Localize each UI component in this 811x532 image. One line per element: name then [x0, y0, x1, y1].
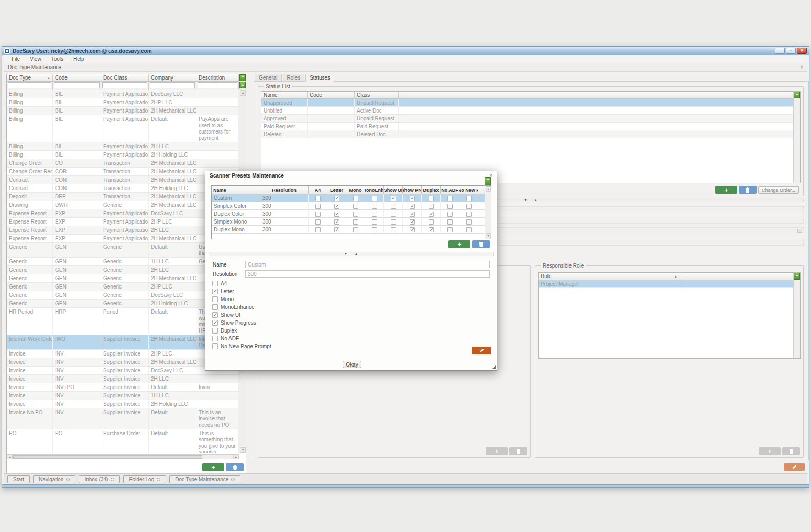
doc-table-hscrollbar[interactable]: ◄ ► [7, 454, 239, 459]
status-row[interactable]: Deleted Deleted Doc [261, 130, 793, 138]
doc-table-row[interactable]: PO PO Purchase Order Default This is som… [7, 429, 239, 453]
scroll-up-icon[interactable]: ▲ [486, 186, 491, 192]
preset-column-header[interactable]: MonoEnha [365, 186, 384, 194]
collapse-up-icon[interactable]: ▲ [355, 252, 358, 256]
show-ui-checkbox[interactable] [391, 212, 396, 217]
doc-table-row[interactable]: Billing BIL Payment Application 2HP LLC [7, 98, 239, 107]
doc-table-row[interactable]: Internal Work Order IWO Supplier Invoice… [7, 335, 239, 350]
preset-row[interactable]: Custom 300 [212, 194, 485, 202]
delete-button-disabled[interactable] [509, 447, 527, 455]
preset-column-header[interactable]: Duplex [422, 186, 441, 194]
scroll-up-icon[interactable]: ▲ [240, 90, 246, 96]
doc-table-row[interactable]: Billing BIL Payment Application Default … [7, 115, 239, 142]
column-chooser-icon[interactable] [485, 177, 491, 185]
presets-vscrollbar[interactable]: ▲ ▼ [485, 186, 491, 239]
preset-row[interactable]: Duplex Mono 300 [212, 226, 485, 234]
field-button[interactable] [797, 229, 802, 233]
doc-table-row[interactable]: Invoice INV Supplier Invoice 2H LLC [7, 375, 239, 383]
doc-table-row[interactable]: Generic GEN Generic 2H LLC [7, 266, 239, 274]
preset-column-header[interactable]: Resolution [260, 186, 309, 194]
doc-table-row[interactable]: Contract CON Transaction 2H Holding LLC [7, 184, 239, 193]
option-checkbox[interactable] [212, 328, 218, 334]
panel-close-icon[interactable]: × [800, 64, 803, 70]
change-order-button[interactable]: Change Order... [758, 186, 799, 194]
preset-column-header[interactable]: Show UI [384, 186, 403, 194]
doc-table-row[interactable]: Billing BIL Payment Application 2H Mecha… [7, 107, 239, 115]
a4-checkbox[interactable] [315, 204, 321, 209]
a4-checkbox[interactable] [315, 227, 321, 232]
col-doc-type[interactable]: Doc Type ▲ [7, 74, 53, 81]
scroll-right-icon[interactable]: ► [233, 455, 239, 459]
close-button[interactable]: ✕ [797, 48, 807, 54]
show-ui-checkbox[interactable] [391, 204, 396, 209]
doc-table-row[interactable]: Generic GEN Generic 1H LLC Gene [7, 258, 239, 266]
doc-table-row[interactable]: Invoice No PO INV Supplier Invoice Defau… [7, 408, 239, 429]
filter-code-input[interactable] [54, 82, 100, 88]
col-code[interactable]: Code [308, 92, 355, 98]
col-code[interactable]: Code [53, 74, 101, 81]
col-class[interactable]: Class [355, 92, 399, 98]
preset-column-header[interactable]: Letter [327, 186, 346, 194]
column-chooser-icon[interactable] [794, 92, 800, 98]
doc-table-row[interactable]: HR Period HRP Period Default Thes want m… [7, 308, 239, 335]
column-chooser-icon[interactable] [794, 273, 800, 280]
monoenhance-checkbox[interactable] [372, 196, 377, 201]
status-table-vscrollbar[interactable] [793, 92, 800, 183]
filter-doc-class-input[interactable] [102, 82, 147, 88]
no-new-page-checkbox[interactable] [466, 219, 472, 225]
status-row[interactable]: Paid Request Paid Request [261, 123, 793, 130]
letter-checkbox[interactable] [334, 204, 339, 209]
option-checkbox[interactable] [212, 320, 218, 326]
no-new-page-checkbox[interactable] [466, 196, 472, 201]
letter-checkbox[interactable] [334, 212, 339, 217]
filter-company-input[interactable] [150, 82, 195, 88]
monoenhance-checkbox[interactable] [372, 227, 377, 232]
no-new-page-checkbox[interactable] [466, 212, 472, 217]
duplex-checkbox[interactable] [429, 212, 434, 217]
show-progress-checkbox[interactable] [410, 219, 415, 225]
show-progress-checkbox[interactable] [410, 204, 415, 209]
mono-checkbox[interactable] [353, 227, 358, 232]
doc-table-row[interactable]: Expense Report EXP Payment Application 2… [7, 226, 239, 235]
add-doc-type-button[interactable]: + [202, 463, 224, 471]
add-preset-button[interactable]: + [448, 240, 470, 248]
show-ui-checkbox[interactable] [391, 196, 396, 201]
status-row[interactable]: Approved Unpaid Request [261, 115, 793, 123]
scroll-down-icon[interactable]: ▼ [240, 447, 246, 453]
doc-table-row[interactable]: Drawing DWR Generic 2H Mechanical LLC [7, 201, 239, 209]
scroll-left-icon[interactable]: ◄ [7, 455, 13, 459]
menu-item[interactable]: Tools [51, 56, 63, 62]
show-ui-checkbox[interactable] [391, 219, 396, 225]
delete-status-button[interactable] [739, 186, 757, 194]
edit-preset-button[interactable] [472, 347, 491, 354]
doc-table-row[interactable]: Expense Report EXP Payment Application D… [7, 209, 239, 218]
okay-button[interactable]: Okay [343, 361, 361, 368]
doc-table-row[interactable]: Expense Report EXP Payment Application 2… [7, 218, 239, 226]
dialog-splitter[interactable]: ▼ ▲ [209, 252, 494, 256]
no-adf-checkbox[interactable] [447, 212, 453, 217]
duplex-checkbox[interactable] [429, 204, 434, 209]
duplex-checkbox[interactable] [429, 196, 434, 201]
taskbar-button[interactable]: Start [7, 475, 30, 483]
preset-column-header[interactable]: No New P [459, 186, 478, 194]
status-row[interactable]: Unbilled Active Doc [261, 107, 793, 115]
no-adf-checkbox[interactable] [447, 204, 453, 209]
collapse-down-icon[interactable]: ▼ [344, 252, 347, 256]
add-status-button[interactable]: + [715, 186, 737, 194]
monoenhance-checkbox[interactable] [372, 204, 377, 209]
no-new-page-checkbox[interactable] [466, 227, 472, 232]
doc-table-row[interactable]: Deposit DEP Transaction 2H Mechanical LL… [7, 193, 239, 201]
duplex-checkbox[interactable] [429, 227, 434, 232]
option-checkbox[interactable] [212, 343, 218, 349]
no-new-page-checkbox[interactable] [466, 204, 472, 209]
column-chooser-icon[interactable] [239, 74, 246, 81]
mono-checkbox[interactable] [353, 204, 358, 209]
tab[interactable]: General [255, 74, 282, 82]
col-name[interactable]: Name [261, 92, 308, 98]
role-table-vscrollbar[interactable] [793, 273, 800, 358]
preset-column-header[interactable]: Show Pro [403, 186, 422, 194]
doc-table-row[interactable]: Invoice INV Supplier Invoice 2H Holding … [7, 400, 239, 408]
preset-column-header[interactable]: No ADF [441, 186, 459, 194]
monoenhance-checkbox[interactable] [372, 212, 377, 217]
letter-checkbox[interactable] [334, 219, 339, 225]
